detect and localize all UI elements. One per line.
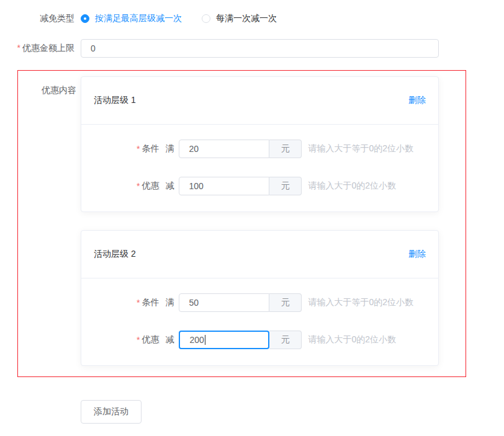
field-hint: 请输入大于0的2位小数 — [308, 180, 396, 192]
reduction-type-radio-group: 按满足最高层级减一次 每满一次减一次 — [81, 13, 277, 24]
radio-option-label[interactable]: 每满一次减一次 — [216, 13, 277, 24]
radio-option[interactable]: 按满足最高层级减一次 — [81, 13, 182, 24]
amount-input[interactable] — [179, 331, 269, 349]
radio-option-label[interactable]: 按满足最高层级减一次 — [95, 13, 182, 24]
tier-title: 活动层级 1 — [94, 95, 136, 106]
amount-input-wrap — [179, 331, 269, 349]
radio-icon[interactable] — [81, 14, 89, 23]
unit-suffix: 元 — [269, 177, 302, 195]
unit-suffix: 元 — [269, 140, 302, 158]
tier-rows: * 条件 满 元 请输入大于等于0的2位小数 * 优惠 减 元 请输入大于0的2… — [81, 125, 438, 211]
field-label: 优惠 — [142, 334, 159, 345]
unit-suffix: 元 — [269, 331, 302, 349]
tier-card: 活动层级 2 删除 * 条件 满 元 请输入大于等于0的2位小数 * 优惠 减 … — [81, 230, 439, 366]
unit-suffix: 元 — [269, 293, 302, 312]
radio-option[interactable]: 每满一次减一次 — [202, 13, 277, 24]
tier-field-row: * 条件 满 元 请输入大于等于0的2位小数 — [81, 293, 438, 312]
field-prefix: 满 — [165, 143, 174, 154]
radio-dot — [84, 17, 86, 20]
field-hint: 请输入大于0的2位小数 — [308, 334, 396, 345]
required-star: * — [137, 335, 140, 345]
tier-header: 活动层级 2 删除 — [81, 231, 438, 278]
field-label: 条件 — [142, 143, 159, 154]
tier-delete-link[interactable]: 删除 — [408, 249, 426, 260]
input-group: 元 — [179, 177, 302, 195]
text-cursor-icon — [205, 335, 205, 345]
input-group: 元 — [179, 293, 302, 312]
input-group: 元 — [179, 331, 302, 349]
amount-input[interactable] — [179, 293, 269, 312]
input-group: 元 — [179, 140, 302, 158]
discount-content-label: 优惠内容 — [18, 76, 76, 366]
tier-list: 活动层级 1 删除 * 条件 满 元 请输入大于等于0的2位小数 * 优惠 减 … — [81, 76, 439, 366]
required-star: * — [137, 144, 140, 154]
add-activity-button[interactable]: 添加活动 — [81, 400, 142, 424]
required-star: * — [17, 43, 20, 53]
promotion-form: 减免类型 按满足最高层级减一次 每满一次减一次 *优惠金额上限 优惠内容 活动层… — [0, 0, 504, 424]
amount-input-wrap — [179, 177, 269, 195]
tier-rows: * 条件 满 元 请输入大于等于0的2位小数 * 优惠 减 元 请输入大于0的2… — [81, 278, 438, 365]
field-hint: 请输入大于等于0的2位小数 — [308, 297, 413, 308]
field-label: 条件 — [142, 297, 159, 308]
amount-input[interactable] — [179, 140, 269, 158]
discount-cap-row: *优惠金额上限 — [0, 39, 504, 58]
reduction-type-label: 减免类型 — [0, 13, 74, 24]
field-prefix: 减 — [165, 334, 174, 345]
tier-field-row: * 条件 满 元 请输入大于等于0的2位小数 — [81, 140, 438, 158]
field-label: 优惠 — [142, 180, 159, 192]
field-prefix: 减 — [165, 180, 174, 192]
tier-card: 活动层级 1 删除 * 条件 满 元 请输入大于等于0的2位小数 * 优惠 减 … — [81, 76, 439, 212]
tier-field-row: * 优惠 减 元 请输入大于0的2位小数 — [81, 177, 438, 195]
radio-icon[interactable] — [202, 14, 210, 23]
discount-cap-label: *优惠金额上限 — [0, 43, 74, 54]
amount-input-wrap — [179, 140, 269, 158]
required-star: * — [137, 298, 140, 308]
amount-input[interactable] — [179, 177, 269, 195]
field-prefix: 满 — [165, 297, 174, 308]
tier-header: 活动层级 1 删除 — [81, 77, 438, 125]
discount-cap-label-text: 优惠金额上限 — [22, 43, 74, 53]
amount-input-wrap — [179, 293, 269, 312]
tier-title: 活动层级 2 — [94, 249, 136, 260]
tier-field-row: * 优惠 减 元 请输入大于0的2位小数 — [81, 331, 438, 349]
discount-cap-input[interactable] — [81, 39, 439, 58]
field-hint: 请输入大于等于0的2位小数 — [308, 143, 413, 154]
discount-content-section: 优惠内容 活动层级 1 删除 * 条件 满 元 请输入大于等于0的2位小数 * … — [17, 70, 466, 377]
reduction-type-row: 减免类型 按满足最高层级减一次 每满一次减一次 — [0, 12, 504, 25]
tier-delete-link[interactable]: 删除 — [408, 95, 426, 106]
required-star: * — [137, 181, 140, 191]
